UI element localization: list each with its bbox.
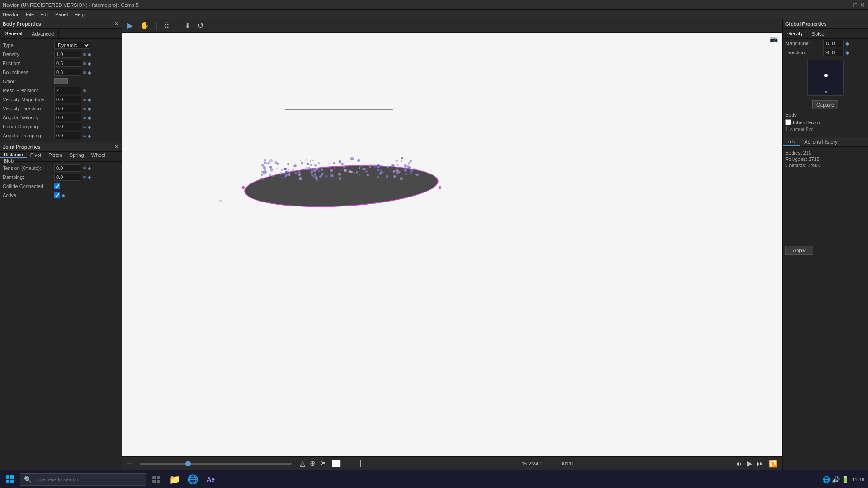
bounciness-input[interactable]: [54, 69, 81, 76]
capture-button[interactable]: Capture: [812, 100, 838, 109]
type-dropdown[interactable]: Dynamic: [54, 42, 90, 49]
lin-damp-icon2[interactable]: ◆: [88, 124, 91, 129]
active-icon[interactable]: ◆: [61, 193, 65, 198]
ang-vel-icon1[interactable]: ≋: [83, 115, 86, 120]
friction-icon1[interactable]: ≋: [83, 61, 86, 66]
tab-actions-history[interactable]: Actions History: [800, 137, 842, 146]
search-input[interactable]: [34, 477, 142, 482]
maximize-btn[interactable]: □: [854, 1, 857, 9]
tab-gravity[interactable]: Gravity: [783, 29, 807, 38]
friction-icon2[interactable]: ◆: [88, 61, 91, 66]
task-view-btn[interactable]: [148, 471, 165, 488]
apply-button[interactable]: Apply: [785, 246, 813, 255]
joint-properties-close[interactable]: ✕: [114, 143, 119, 150]
direction-link[interactable]: ◆: [845, 50, 849, 56]
network-icon[interactable]: 🌐: [822, 476, 830, 483]
vel-mag-input[interactable]: [54, 96, 81, 103]
play-btn[interactable]: ▶: [747, 459, 752, 468]
prop-density-label: Density:: [3, 52, 52, 57]
edge-btn[interactable]: 🌐: [184, 471, 201, 488]
eye-toggle[interactable]: 👁: [320, 460, 327, 468]
shape-swatch[interactable]: [354, 460, 361, 467]
color-swatch[interactable]: [54, 78, 68, 84]
zoom-handle[interactable]: [185, 461, 191, 466]
collide-checkbox[interactable]: [54, 183, 60, 189]
tension-input[interactable]: [54, 164, 81, 172]
hand-tool[interactable]: ✋: [138, 20, 151, 31]
particle: [314, 164, 317, 167]
bounciness-icon2[interactable]: ◆: [88, 70, 91, 75]
density-icon1[interactable]: ≋: [83, 52, 86, 57]
battery-icon[interactable]: 🔋: [841, 476, 849, 483]
tension-icon2[interactable]: ◆: [88, 166, 91, 171]
magnitude-link[interactable]: ◆: [845, 41, 849, 47]
step-btn[interactable]: ⏭: [757, 460, 764, 468]
density-input[interactable]: [54, 51, 81, 58]
tab-spring[interactable]: Spring: [66, 152, 88, 158]
ang-vel-icon2[interactable]: ◆: [88, 115, 91, 120]
grid-tool[interactable]: ⠿: [162, 20, 171, 31]
tab-advanced[interactable]: Advanced: [27, 29, 59, 38]
volume-icon[interactable]: 🔊: [832, 476, 840, 483]
color-swatch-tl[interactable]: [332, 460, 341, 467]
ang-damp-icon2[interactable]: ◆: [88, 133, 91, 138]
tab-blob[interactable]: Blob: [0, 158, 17, 164]
tab-wheel[interactable]: Wheel: [88, 152, 109, 158]
skip-start-btn[interactable]: ⏮: [735, 460, 742, 468]
mesh-input[interactable]: [54, 87, 81, 94]
magnitude-input[interactable]: [823, 40, 844, 47]
inherit-checkbox[interactable]: [785, 119, 791, 125]
refresh-tool[interactable]: ↺: [196, 20, 205, 31]
camera-icon[interactable]: 📷: [770, 35, 778, 42]
triangle-tool[interactable]: △: [300, 459, 305, 468]
vel-mag-icon1[interactable]: ≋: [83, 97, 86, 102]
tab-piston[interactable]: Piston: [45, 152, 66, 158]
menu-newton[interactable]: Newton: [3, 12, 19, 17]
vel-dir-icon2[interactable]: ◆: [88, 106, 91, 111]
close-btn[interactable]: ✕: [860, 1, 865, 9]
info-bodies: Bodies: 210: [785, 150, 865, 155]
tab-distance[interactable]: Distance: [0, 152, 27, 158]
taskbar-search[interactable]: 🔍: [20, 473, 146, 486]
vel-dir-icon1[interactable]: ≋: [83, 106, 86, 111]
vel-dir-input[interactable]: [54, 105, 81, 112]
tab-pivot[interactable]: Pivot: [27, 152, 45, 158]
zoom-slider[interactable]: [140, 463, 292, 465]
menu-help[interactable]: Help: [74, 12, 85, 17]
tension-icon1[interactable]: ≋: [83, 166, 86, 171]
damping-input[interactable]: [54, 174, 81, 181]
tab-general[interactable]: General: [0, 29, 27, 38]
ang-damp-input[interactable]: [54, 132, 81, 139]
zoom-out-btn[interactable]: ─: [127, 460, 132, 468]
tab-solver[interactable]: Solver: [807, 29, 830, 38]
file-explorer-btn[interactable]: 📁: [166, 471, 183, 488]
ang-vel-input[interactable]: [54, 114, 81, 121]
start-button[interactable]: [2, 471, 18, 488]
body-properties-close[interactable]: ✕: [114, 20, 119, 27]
density-icon2[interactable]: ◆: [88, 52, 91, 57]
damping-icon2[interactable]: ◆: [88, 175, 91, 180]
damping-icon1[interactable]: ≋: [83, 175, 86, 180]
select-tool[interactable]: ▶: [126, 20, 135, 31]
ang-damp-icon1[interactable]: ≋: [83, 133, 86, 138]
tab-info[interactable]: Info: [783, 137, 800, 146]
menu-file[interactable]: File: [26, 12, 34, 17]
loop-btn[interactable]: 🔁: [769, 459, 778, 468]
vel-mag-icon2[interactable]: ◆: [88, 97, 91, 102]
friction-input[interactable]: [54, 60, 81, 67]
particle: [325, 175, 327, 178]
lin-damp-input[interactable]: [54, 123, 81, 130]
active-checkbox[interactable]: [54, 192, 60, 198]
mesh-icon1[interactable]: ≋: [83, 88, 86, 93]
direction-input[interactable]: [823, 49, 844, 56]
particle: [367, 174, 369, 176]
zoom-in-btn[interactable]: ⊕: [310, 459, 316, 468]
menu-edit[interactable]: Edit: [40, 12, 49, 17]
menu-panel[interactable]: Panel: [55, 12, 68, 17]
ae-btn[interactable]: Ae: [203, 471, 219, 488]
bounciness-icon1[interactable]: ≋: [83, 70, 86, 75]
minimize-btn[interactable]: ─: [846, 1, 851, 9]
lin-damp-icon1[interactable]: ≋: [83, 124, 86, 129]
canvas-area[interactable]: 📷: [122, 33, 782, 456]
down-tool[interactable]: ⬇: [183, 20, 192, 31]
